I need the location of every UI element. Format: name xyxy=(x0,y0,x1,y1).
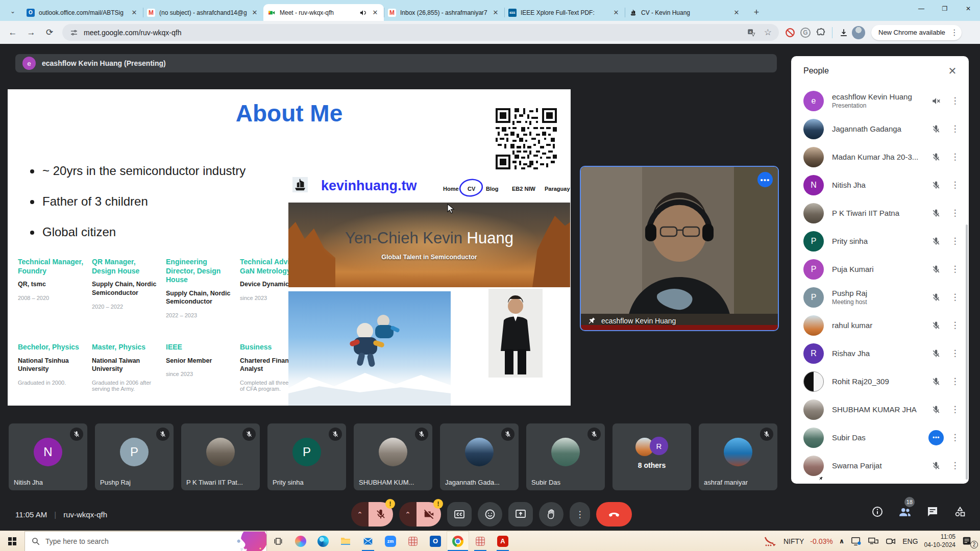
participant-row[interactable]: P K Tiwari IIT Patna ⋮ xyxy=(791,199,969,227)
presenter-video-tile[interactable]: ecashflow Kevin Huang ••• xyxy=(580,166,779,331)
taskbar-search-box[interactable]: Type here to search xyxy=(24,531,267,551)
extensions-puzzle-icon[interactable] xyxy=(814,26,828,40)
participant-more-options[interactable]: ⋮ xyxy=(946,208,964,218)
notification-center-icon[interactable]: 2 xyxy=(962,536,975,547)
video-tile-jagannath[interactable]: Jagannath Gada... xyxy=(440,423,519,490)
forward-button[interactable]: → xyxy=(22,24,40,41)
participant-more-options[interactable]: ⋮ xyxy=(946,236,964,246)
participant-more-options[interactable]: ⋮ xyxy=(946,95,964,106)
participant-row[interactable]: Jagannath Gadanga ⋮ xyxy=(791,115,969,143)
participant-more-options[interactable]: ⋮ xyxy=(946,123,964,134)
participant-row[interactable]: P Puja Kumari ⋮ xyxy=(791,255,969,283)
people-panel-scrollbar[interactable] xyxy=(966,224,968,480)
address-bar[interactable]: meet.google.com/ruv-wkqx-qfh a ☆ xyxy=(62,24,779,41)
mic-muted-button[interactable]: ! xyxy=(369,502,393,527)
tab-gmail-inbox[interactable]: M Inbox (26,855) - ashrafmaniyar7 ✕ xyxy=(384,4,504,21)
activities-button[interactable] xyxy=(953,505,967,518)
participant-actions-blue-button[interactable]: ••• xyxy=(926,430,946,445)
participant-row[interactable]: rahul kumar ⋮ xyxy=(791,311,969,339)
tab-meet-active[interactable]: Meet - ruv-wkqx-qfh ✕ xyxy=(263,4,384,21)
participant-more-options[interactable]: ⋮ xyxy=(946,404,964,415)
people-panel-button[interactable]: 18 xyxy=(898,505,912,518)
mic-options-chevron[interactable]: ⌃ xyxy=(351,502,369,527)
taskbar-app-icon-2[interactable] xyxy=(469,531,492,551)
camera-options-chevron[interactable]: ⌃ xyxy=(399,502,416,527)
taskbar-copilot-icon[interactable] xyxy=(289,531,312,551)
tab-ieee-pdf[interactable]: IEEE IEEE Xplore Full-Text PDF: ✕ xyxy=(504,4,625,21)
window-minimize-button[interactable]: — xyxy=(910,0,933,17)
tray-hidden-icons-chevron[interactable]: ∧ xyxy=(839,537,845,545)
close-people-panel-icon[interactable]: ✕ xyxy=(942,61,963,81)
more-options-button[interactable]: ⋮ xyxy=(570,502,590,527)
stock-symbol[interactable]: NIFTY xyxy=(783,537,804,545)
video-tile-subir-das[interactable]: Subir Das xyxy=(526,423,605,490)
participant-more-options[interactable]: ⋮ xyxy=(946,264,964,274)
camera-off-button[interactable]: ! xyxy=(416,502,441,527)
tab-gmail-compose[interactable]: M (no subject) - ashrafchand14@g ✕ xyxy=(143,4,263,21)
browser-menu-kebab-icon[interactable]: ⋮ xyxy=(949,28,960,37)
taskbar-app-icon-1[interactable] xyxy=(402,531,424,551)
new-chrome-available-button[interactable]: New Chrome available ⋮ xyxy=(871,25,962,40)
tab-close-icon[interactable]: ✕ xyxy=(130,8,139,17)
participant-row[interactable]: P Prity sinha ⋮ xyxy=(791,227,969,255)
tab-close-icon[interactable]: ✕ xyxy=(611,8,621,17)
tab-cv-kevin-huang[interactable]: CV - Kevin Huang ✕ xyxy=(625,4,745,21)
participant-row[interactable]: N Nitish Jha ⋮ xyxy=(791,171,969,199)
tab-close-icon[interactable]: ✕ xyxy=(250,8,259,17)
tray-meet-now-icon[interactable] xyxy=(885,536,896,546)
participant-row[interactable]: e ecashflow Kevin HuangPresentation ⋮ xyxy=(791,87,969,115)
captions-button[interactable] xyxy=(447,502,472,527)
participant-row[interactable]: P Pushp RajMeeting host ⋮ xyxy=(791,283,969,311)
stock-trend-icon[interactable] xyxy=(764,536,777,547)
video-tile-shubham[interactable]: SHUBHAM KUM... xyxy=(354,423,432,490)
participant-more-options[interactable]: ⋮ xyxy=(946,348,964,359)
participant-more-options[interactable]: ⋮ xyxy=(946,180,964,190)
participant-row[interactable]: R Rishav Jha ⋮ xyxy=(791,339,969,367)
reload-button[interactable]: ⟳ xyxy=(41,24,58,41)
taskbar-acrobat-icon[interactable]: A xyxy=(492,531,514,551)
taskbar-mail-icon[interactable] xyxy=(357,531,379,551)
taskbar-zoom-icon[interactable]: zm xyxy=(379,531,402,551)
taskbar-outlook-icon[interactable]: O xyxy=(424,531,447,551)
tab-close-icon[interactable]: ✕ xyxy=(491,8,500,17)
window-close-button[interactable]: ✕ xyxy=(957,0,980,17)
translate-icon[interactable]: a xyxy=(747,28,756,37)
tab-search-chevron-icon[interactable]: ⌄ xyxy=(6,5,19,18)
tab-audio-playing-icon[interactable] xyxy=(359,9,366,16)
chat-button[interactable] xyxy=(926,505,939,518)
video-tile-ashraf-maniyar[interactable]: ashraf maniyar xyxy=(699,423,777,490)
window-maximize-button[interactable]: ❐ xyxy=(933,0,957,17)
back-button[interactable]: ← xyxy=(4,24,21,41)
raise-hand-button[interactable] xyxy=(539,502,564,527)
participant-more-options[interactable]: ⋮ xyxy=(946,376,964,387)
tray-display-icon[interactable] xyxy=(850,536,862,546)
participant-more-options[interactable]: ⋮ xyxy=(946,292,964,303)
tab-close-icon[interactable]: ✕ xyxy=(371,8,380,17)
start-button[interactable] xyxy=(0,531,24,551)
video-tile-nitish-jha[interactable]: N Nitish Jha xyxy=(9,423,87,490)
participant-row[interactable]: Madan Kumar Jha 20-3... ⋮ xyxy=(791,143,969,171)
tray-network-icon[interactable] xyxy=(868,536,879,546)
participant-more-options[interactable]: ⋮ xyxy=(946,152,964,162)
tile-more-options-button[interactable]: ••• xyxy=(757,172,773,187)
participant-more-options[interactable]: ⋮ xyxy=(946,320,964,331)
bookmark-star-icon[interactable]: ☆ xyxy=(764,27,772,38)
taskbar-file-explorer-icon[interactable] xyxy=(334,531,357,551)
end-call-button[interactable] xyxy=(596,502,632,527)
tray-clock[interactable]: 11:05 04-10-2024 xyxy=(924,533,955,549)
video-tile-prity-sinha[interactable]: P Prity sinha xyxy=(267,423,346,490)
meeting-details-icon[interactable] xyxy=(871,505,884,518)
adblock-extension-icon[interactable] xyxy=(783,26,797,40)
task-view-button[interactable] xyxy=(267,531,289,551)
tab-outlook[interactable]: O outlook.office.com/mail/ABTSig ✕ xyxy=(22,4,143,21)
site-settings-icon[interactable] xyxy=(69,28,79,37)
video-tile-others[interactable]: R 8 others xyxy=(612,423,691,490)
reactions-button[interactable] xyxy=(478,502,502,527)
present-screen-button[interactable] xyxy=(508,502,533,527)
downloads-icon[interactable] xyxy=(837,26,851,40)
video-tile-pk-tiwari[interactable]: P K Tiwari IIT Pat... xyxy=(181,423,260,490)
participant-more-options[interactable]: ⋮ xyxy=(946,432,964,443)
browser-profile-avatar[interactable] xyxy=(852,26,865,39)
participant-row[interactable]: SHUBHAM KUMAR JHA ⋮ xyxy=(791,395,969,423)
tab-close-icon[interactable]: ✕ xyxy=(732,8,741,17)
